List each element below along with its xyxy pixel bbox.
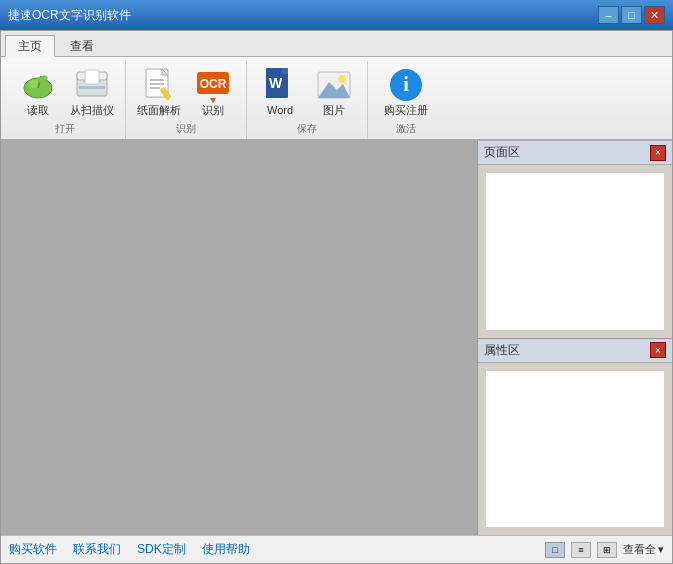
register-button[interactable]: i 购买注册: [376, 63, 436, 120]
image-icon: [315, 66, 353, 104]
ribbon-group-open-label: 打开: [55, 120, 75, 139]
ribbon-group-open: 读取: [5, 61, 126, 139]
svg-rect-7: [79, 86, 105, 89]
svg-rect-22: [282, 68, 288, 74]
minimize-button[interactable]: –: [598, 6, 619, 24]
scan-label: 从扫描仪: [70, 104, 114, 117]
ribbon-group-save-items: W Word: [255, 63, 359, 120]
read-button[interactable]: 读取: [13, 63, 63, 120]
view-select[interactable]: 查看全 ▾: [623, 542, 664, 557]
maximize-button[interactable]: □: [621, 6, 642, 24]
close-button[interactable]: ✕: [644, 6, 665, 24]
statusbar-links: 购买软件 联系我们 SDK定制 使用帮助: [9, 541, 250, 558]
view-select-label: 查看全: [623, 542, 656, 557]
attr-section: 属性区 ×: [478, 339, 672, 535]
ribbon-group-activate-label: 激活: [396, 120, 416, 139]
view-btn-2[interactable]: ≡: [571, 542, 591, 558]
view-select-arrow: ▾: [658, 543, 664, 556]
ribbon-group-recognize: 纸面解析 OCR 识别 识别: [126, 61, 247, 139]
page-section-close[interactable]: ×: [650, 145, 666, 161]
read-label: 读取: [27, 104, 49, 117]
buy-link[interactable]: 购买软件: [9, 541, 57, 558]
view-btn-3[interactable]: ⊞: [597, 542, 617, 558]
statusbar: 购买软件 联系我们 SDK定制 使用帮助 □ ≡ ⊞ 查看全 ▾: [1, 535, 672, 563]
page-section: 页面区 ×: [478, 141, 672, 338]
titlebar: 捷速OCR文字识别软件 – □ ✕: [0, 0, 673, 30]
ocr-label: 识别: [202, 104, 224, 117]
scan-icon: [73, 66, 111, 104]
svg-rect-9: [85, 70, 99, 84]
attr-section-content: [486, 371, 664, 527]
content-area: 页面区 × 属性区 ×: [1, 141, 672, 535]
statusbar-right: □ ≡ ⊞ 查看全 ▾: [545, 542, 664, 558]
ribbon-group-activate-items: i 购买注册: [376, 63, 436, 120]
svg-point-26: [338, 75, 346, 83]
attr-section-close[interactable]: ×: [650, 342, 666, 358]
attr-section-title: 属性区: [484, 342, 520, 359]
contact-link[interactable]: 联系我们: [73, 541, 121, 558]
read-icon: [19, 66, 57, 104]
register-label: 购买注册: [384, 104, 428, 117]
work-area: [1, 141, 477, 535]
sdk-link[interactable]: SDK定制: [137, 541, 186, 558]
scan-button[interactable]: 从扫描仪: [67, 63, 117, 120]
parse-icon: [140, 66, 178, 104]
page-section-header: 页面区 ×: [478, 141, 672, 165]
ocr-icon: OCR: [194, 66, 232, 104]
ribbon-group-save-label: 保存: [297, 120, 317, 139]
parse-label: 纸面解析: [137, 104, 181, 117]
view-btn-1[interactable]: □: [545, 542, 565, 558]
svg-text:OCR: OCR: [200, 77, 227, 91]
svg-marker-19: [210, 98, 216, 103]
tab-home[interactable]: 主页: [5, 35, 55, 57]
ribbon-group-open-items: 读取: [13, 63, 117, 120]
word-label: Word: [267, 104, 293, 117]
ribbon-group-recognize-items: 纸面解析 OCR 识别: [134, 63, 238, 120]
ribbon-group-activate: i 购买注册 激活: [368, 61, 444, 139]
parse-button[interactable]: 纸面解析: [134, 63, 184, 120]
page-section-content: [486, 173, 664, 329]
ribbon-group-recognize-label: 识别: [176, 120, 196, 139]
work-area-inner: [1, 141, 477, 535]
ribbon-tabs: 主页 查看: [1, 31, 672, 57]
right-panel: 页面区 × 属性区 ×: [477, 141, 672, 535]
word-icon: W: [261, 66, 299, 104]
image-button[interactable]: 图片: [309, 63, 359, 120]
svg-text:i: i: [403, 73, 409, 95]
page-section-title: 页面区: [484, 144, 520, 161]
app-title: 捷速OCR文字识别软件: [8, 7, 131, 24]
help-link[interactable]: 使用帮助: [202, 541, 250, 558]
main-window: 主页 查看: [0, 30, 673, 564]
image-label: 图片: [323, 104, 345, 117]
tab-view[interactable]: 查看: [57, 35, 107, 56]
titlebar-controls: – □ ✕: [598, 6, 665, 24]
svg-text:W: W: [269, 75, 283, 91]
ribbon-toolbar: 读取: [1, 57, 672, 141]
attr-section-header: 属性区 ×: [478, 339, 672, 363]
word-button[interactable]: W Word: [255, 63, 305, 120]
ocr-button[interactable]: OCR 识别: [188, 63, 238, 120]
register-icon: i: [387, 66, 425, 104]
ribbon-group-save: W Word: [247, 61, 368, 139]
